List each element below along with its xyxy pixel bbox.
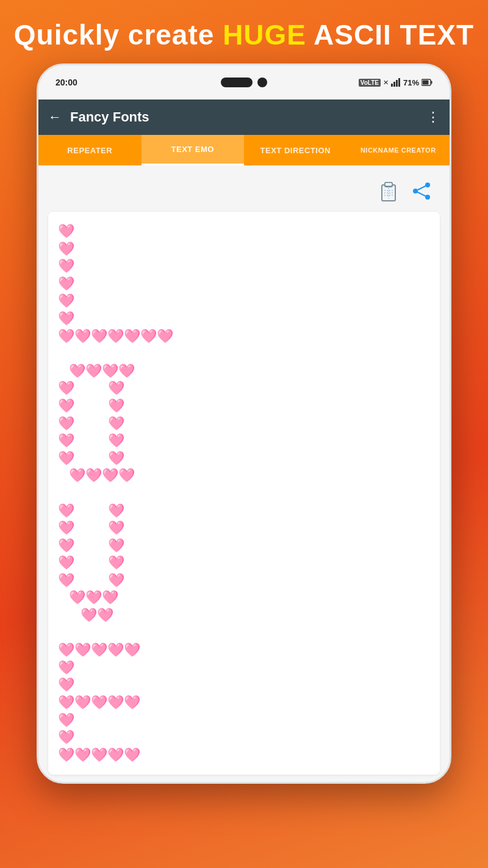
tab-repeater[interactable]: REPEATER bbox=[38, 135, 142, 165]
notch bbox=[221, 78, 267, 87]
text-output-card: 🩷 🩷 🩷 🩷 🩷 🩷 🩷🩷🩷🩷🩷🩷🩷 🩷🩷🩷🩷 🩷 🩷 🩷 🩷 🩷 🩷 🩷 🩷… bbox=[48, 212, 440, 775]
svg-rect-9 bbox=[385, 183, 392, 186]
back-button[interactable]: ← bbox=[48, 109, 62, 125]
status-bar: 20:00 VoLTE ✕ 71% bbox=[38, 65, 450, 99]
status-right: VoLTE ✕ 71% bbox=[359, 78, 432, 87]
share-icon bbox=[411, 180, 432, 202]
share-button[interactable] bbox=[408, 178, 435, 204]
svg-rect-5 bbox=[431, 81, 432, 84]
tab-text-emo[interactable]: TEXT EMO bbox=[142, 135, 245, 165]
svg-rect-0 bbox=[391, 84, 393, 87]
action-row bbox=[48, 173, 440, 212]
app-title: Fancy Fonts bbox=[70, 109, 149, 125]
heart-art-display: 🩷 🩷 🩷 🩷 🩷 🩷 🩷🩷🩷🩷🩷🩷🩷 🩷🩷🩷🩷 🩷 🩷 🩷 🩷 🩷 🩷 🩷 🩷… bbox=[58, 223, 430, 764]
signal-bars-icon bbox=[391, 78, 401, 87]
svg-line-17 bbox=[415, 185, 428, 191]
banner-highlight: HUGE bbox=[223, 19, 306, 51]
svg-rect-1 bbox=[393, 82, 395, 87]
phone-frame: 20:00 VoLTE ✕ 71% ← Fancy Font bbox=[37, 63, 451, 784]
banner-text-after: ASCII TEXT bbox=[306, 19, 474, 51]
banner-text-before: Quickly create bbox=[14, 19, 223, 51]
tab-text-direction[interactable]: TEXT DIRECTION bbox=[244, 135, 347, 165]
volte-badge: VoLTE bbox=[359, 79, 381, 87]
svg-line-18 bbox=[415, 191, 428, 197]
app-bar: ← Fancy Fonts ⋮ bbox=[38, 99, 450, 135]
notch-pill bbox=[221, 78, 253, 87]
signal-x: ✕ bbox=[383, 79, 389, 87]
clipboard-button[interactable] bbox=[375, 178, 402, 204]
tab-bar: REPEATER TEXT EMO TEXT DIRECTION NICKNAM… bbox=[38, 135, 450, 165]
more-options-button[interactable]: ⋮ bbox=[426, 109, 440, 125]
svg-rect-2 bbox=[396, 80, 398, 87]
clipboard-icon bbox=[378, 180, 400, 202]
top-banner: Quickly create HUGE ASCII TEXT bbox=[0, 0, 488, 63]
tab-nickname-creator[interactable]: NICKNAME CREATOR bbox=[347, 135, 450, 165]
content-area: 🩷 🩷 🩷 🩷 🩷 🩷 🩷🩷🩷🩷🩷🩷🩷 🩷🩷🩷🩷 🩷 🩷 🩷 🩷 🩷 🩷 🩷 🩷… bbox=[38, 165, 450, 782]
banner-heading: Quickly create HUGE ASCII TEXT bbox=[12, 18, 476, 51]
svg-rect-3 bbox=[398, 78, 400, 87]
battery-icon bbox=[422, 79, 432, 86]
battery-percent: 71% bbox=[403, 78, 419, 87]
notch-camera bbox=[257, 78, 267, 87]
status-time: 20:00 bbox=[56, 78, 77, 87]
app-bar-left: ← Fancy Fonts bbox=[48, 109, 149, 125]
svg-rect-6 bbox=[423, 81, 429, 85]
